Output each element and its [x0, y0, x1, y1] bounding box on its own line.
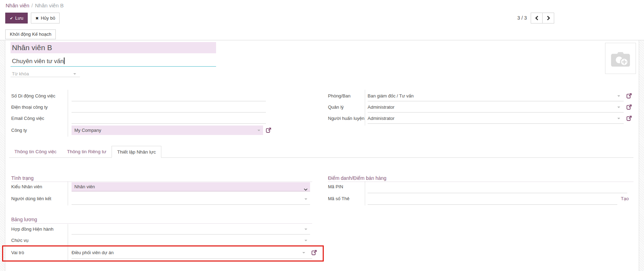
- breadcrumb-parent-link[interactable]: Nhân viên: [6, 2, 29, 8]
- field-label-company: Công ty: [11, 125, 27, 136]
- column-separator: [68, 224, 68, 262]
- field-label-manager: Quản lý: [328, 102, 344, 113]
- pager-next-button[interactable]: [542, 13, 554, 23]
- role-field[interactable]: Điều phối viên dự án: [72, 248, 114, 258]
- chevron-right-icon: [546, 16, 550, 20]
- dropdown-caret-icon[interactable]: [617, 107, 620, 108]
- related-user-input[interactable]: [72, 204, 310, 205]
- current-contract-input[interactable]: [72, 234, 310, 235]
- column-separator: [68, 90, 68, 137]
- launch-plan-label: Khởi động Kế hoạch: [10, 32, 51, 37]
- coach-field[interactable]: Administrator: [368, 113, 395, 124]
- section-rule: [328, 182, 633, 182]
- breadcrumb: Nhân viên/Nhân viên B: [6, 1, 63, 10]
- pager-previous-button[interactable]: [531, 13, 543, 23]
- pager-counter: 3 / 3: [498, 13, 527, 23]
- job-title-text: Chuyên viên tư vấn: [12, 58, 63, 65]
- dropdown-caret-icon[interactable]: [617, 95, 620, 97]
- dropdown-caret-icon[interactable]: [302, 252, 305, 253]
- field-label-department: Phòng/Ban: [328, 91, 350, 101]
- control-panel: Nhân viên/Nhân viên B ✔Lưu ✖Hủy bỏ 3 / 3…: [0, 0, 644, 40]
- section-title-status: Tình trạng: [11, 175, 34, 181]
- manager-field[interactable]: Administrator: [368, 102, 395, 113]
- external-link-icon[interactable]: [626, 116, 632, 122]
- generate-badge-link[interactable]: Tạo: [621, 194, 629, 204]
- role-underline: [72, 258, 312, 259]
- dropdown-caret-icon[interactable]: [73, 73, 76, 75]
- pager: [531, 13, 554, 23]
- notebook-tabs: Thông tin Công việc Thông tin Riêng tư T…: [9, 146, 161, 158]
- pin-code-input[interactable]: [368, 193, 627, 193]
- employee-name-input[interactable]: Nhân viên B: [11, 42, 216, 53]
- field-label-pin-code: Mã PIN: [328, 182, 343, 192]
- badge-id-input[interactable]: [368, 204, 617, 205]
- section-rule: [11, 223, 312, 224]
- section-title-payroll: Bảng lương: [11, 216, 37, 223]
- field-label-current-contract: Hợp đồng Hiện hành: [11, 224, 54, 235]
- column-separator: [68, 181, 68, 205]
- external-link-icon[interactable]: [266, 128, 271, 134]
- field-label-work-mobile: Số Di động Công việc: [11, 91, 55, 101]
- external-link-icon[interactable]: [311, 250, 317, 257]
- external-link-icon[interactable]: [626, 93, 632, 100]
- section-rule: [11, 182, 312, 182]
- dropdown-caret-icon[interactable]: [617, 118, 620, 119]
- launch-plan-button[interactable]: Khởi động Kế hoạch: [5, 29, 56, 39]
- dropdown-caret-icon[interactable]: [304, 240, 307, 241]
- work-email-input[interactable]: [72, 123, 266, 124]
- tags-input[interactable]: Từ khóa: [11, 70, 80, 77]
- field-label-coach: Người huấn luyện: [328, 113, 364, 124]
- text-cursor: [64, 57, 65, 64]
- column-separator: [365, 90, 365, 126]
- employee-type-value: Nhân viên: [74, 184, 95, 189]
- discard-button-label: Hủy bỏ: [41, 15, 55, 21]
- manager-underline: [368, 112, 624, 113]
- field-label-work-email: Email Công việc: [11, 113, 44, 124]
- breadcrumb-current: Nhân viên B: [35, 2, 64, 8]
- save-button[interactable]: ✔Lưu: [5, 13, 28, 23]
- field-label-employee-type: Kiểu Nhân viên: [11, 182, 42, 192]
- tab-private-information[interactable]: Thông tin Riêng tư: [62, 146, 112, 158]
- employee-form-screen: Nhân viên/Nhân viên B ✔Lưu ✖Hủy bỏ 3 / 3…: [0, 0, 644, 271]
- field-label-job-position: Chức vụ: [11, 235, 28, 246]
- camera-plus-icon: [610, 50, 631, 67]
- save-button-label: Lưu: [15, 15, 23, 21]
- tab-hr-settings[interactable]: Thiết lập Nhân lực: [112, 146, 161, 158]
- field-label-work-phone: Điện thoại công ty: [11, 102, 48, 113]
- work-mobile-input[interactable]: [72, 101, 266, 101]
- employee-type-select[interactable]: Nhân viên: [72, 182, 310, 191]
- dropdown-caret-icon[interactable]: [304, 229, 307, 230]
- dropdown-caret-icon[interactable]: [304, 198, 307, 200]
- chevron-left-icon: [535, 16, 539, 20]
- field-label-badge-id: Mã số Thẻ: [328, 194, 349, 204]
- field-label-role: Vai trò: [11, 248, 24, 258]
- department-field[interactable]: Ban giám đốc / Tư vấn: [368, 91, 414, 101]
- column-separator: [365, 181, 365, 205]
- section-title-attendance: Điểm danh/Điểm bán hàng: [328, 175, 387, 181]
- coach-underline: [368, 123, 624, 124]
- close-icon: ✖: [35, 16, 39, 20]
- tab-work-information[interactable]: Thông tin Công việc: [9, 146, 62, 158]
- company-field[interactable]: My Company: [72, 126, 263, 135]
- job-title-input[interactable]: Chuyên viên tư vấn: [11, 56, 216, 67]
- external-link-icon[interactable]: [626, 104, 632, 111]
- discard-button[interactable]: ✖Hủy bỏ: [31, 13, 60, 23]
- select-chevron-icon: [304, 186, 308, 192]
- work-phone-input[interactable]: [72, 112, 266, 113]
- breadcrumb-separator: /: [29, 2, 35, 8]
- employee-photo-upload[interactable]: [605, 43, 636, 74]
- field-label-related-user: Người dùng liên kết: [11, 194, 51, 204]
- job-position-input[interactable]: [72, 245, 310, 246]
- dropdown-caret-icon[interactable]: [257, 130, 260, 131]
- department-underline: [368, 101, 624, 101]
- check-icon: ✔: [10, 16, 13, 20]
